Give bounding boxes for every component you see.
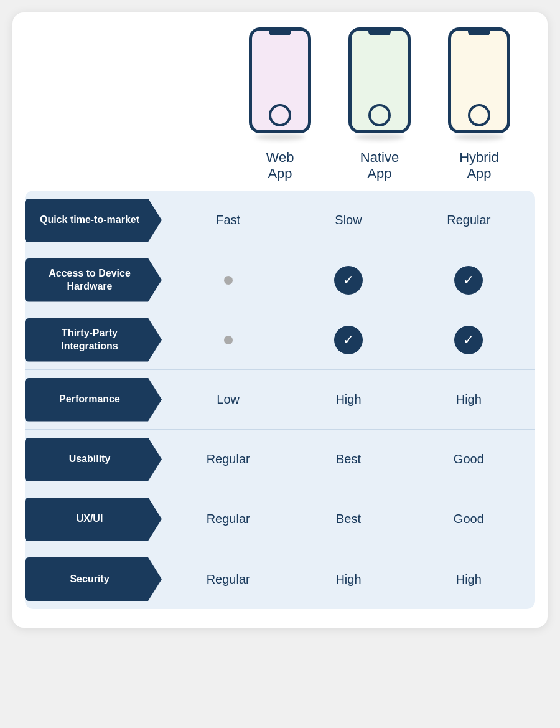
values-row-5: RegularBestGood: [162, 512, 535, 526]
check-icon-2-2: ✓: [454, 326, 483, 354]
table-row-6: SecurityRegularHighHigh: [25, 549, 535, 609]
row-label-0: Quick time-to-market: [25, 199, 162, 242]
comparison-table: Web AppNative AppHybrid App Quick time-t…: [12, 12, 548, 628]
cell-5-2: Good: [419, 512, 518, 526]
table-row-3: PerformanceLowHighHigh: [25, 370, 535, 430]
dot-icon-2-0: [224, 336, 233, 344]
phone-device-0: [249, 27, 311, 133]
cell-0-1: Slow: [299, 213, 398, 227]
cell-1-0: [179, 276, 278, 285]
values-row-1: ✓✓: [162, 266, 535, 295]
cell-0-0: Fast: [179, 213, 278, 227]
check-icon-1-2: ✓: [454, 266, 483, 295]
cell-6-0: Regular: [179, 572, 278, 587]
phone-col-1: Native App: [330, 27, 429, 184]
table-row-2: Thirty-Party Integrations✓✓: [25, 310, 535, 370]
row-label-2: Thirty-Party Integrations: [25, 318, 162, 362]
phone-label-1: Native App: [360, 147, 399, 184]
phone-col-0: Web App: [230, 27, 330, 184]
row-label-5: UX/UI: [25, 498, 162, 541]
cell-0-2: Regular: [419, 213, 518, 227]
cell-1-1: ✓: [299, 266, 398, 295]
phone-label-0: Web App: [266, 147, 294, 184]
table-row-5: UX/UIRegularBestGood: [25, 489, 535, 549]
cell-2-0: [179, 336, 278, 344]
values-row-2: ✓✓: [162, 326, 535, 354]
phone-device-1: [348, 27, 411, 133]
cell-5-1: Best: [299, 512, 398, 526]
cell-3-0: Low: [179, 392, 278, 407]
check-icon-1-1: ✓: [334, 266, 363, 295]
phone-shadow-2: [454, 133, 504, 141]
values-row-4: RegularBestGood: [162, 452, 535, 466]
row-label-3: Performance: [25, 378, 162, 422]
cell-6-2: High: [419, 572, 518, 587]
phone-col-2: Hybrid App: [429, 27, 529, 184]
values-row-0: FastSlowRegular: [162, 213, 535, 227]
cell-5-0: Regular: [179, 512, 278, 526]
phone-device-2: [448, 27, 510, 133]
phones-container: Web AppNative AppHybrid App: [230, 27, 529, 184]
phone-shadow-0: [255, 133, 305, 141]
cell-4-1: Best: [299, 452, 398, 466]
phone-shadow-1: [355, 133, 404, 141]
cell-2-2: ✓: [419, 326, 518, 354]
row-label-1: Access to Device Hardware: [25, 258, 162, 302]
row-label-4: Usability: [25, 438, 162, 481]
check-icon-2-1: ✓: [334, 326, 363, 354]
main-table: Quick time-to-marketFastSlowRegularAcces…: [25, 191, 535, 609]
cell-3-2: High: [419, 392, 518, 407]
cell-3-1: High: [299, 392, 398, 407]
cell-4-0: Regular: [179, 452, 278, 466]
dot-icon-1-0: [224, 276, 233, 285]
cell-6-1: High: [299, 572, 398, 587]
table-row-4: UsabilityRegularBestGood: [25, 430, 535, 489]
values-row-3: LowHighHigh: [162, 392, 535, 407]
cell-4-2: Good: [419, 452, 518, 466]
cell-1-2: ✓: [419, 266, 518, 295]
table-row-1: Access to Device Hardware✓✓: [25, 250, 535, 310]
phones-header: Web AppNative AppHybrid App: [12, 12, 548, 184]
cell-2-1: ✓: [299, 326, 398, 354]
row-label-6: Security: [25, 557, 162, 601]
table-row-0: Quick time-to-marketFastSlowRegular: [25, 191, 535, 250]
phone-label-2: Hybrid App: [459, 147, 499, 184]
values-row-6: RegularHighHigh: [162, 572, 535, 587]
